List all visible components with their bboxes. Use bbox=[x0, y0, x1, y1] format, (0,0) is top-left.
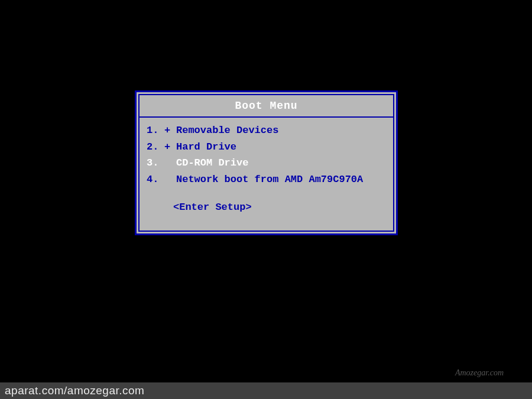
boot-menu-item-cdrom[interactable]: 3. CD-ROM Drive bbox=[147, 155, 386, 171]
menu-item-label: Hard Drive bbox=[176, 140, 236, 155]
menu-item-number: 3. bbox=[147, 155, 164, 171]
boot-menu-item-removable[interactable]: 1. + Removable Devices bbox=[147, 122, 386, 139]
menu-item-number: 1. bbox=[147, 123, 164, 138]
boot-menu-item-harddrive[interactable]: 2. + Hard Drive bbox=[147, 139, 386, 155]
menu-item-number: 4. bbox=[147, 172, 164, 187]
boot-menu-title: Boot Menu bbox=[140, 95, 393, 118]
boot-menu-item-network[interactable]: 4. Network boot from AMD Am79C970A bbox=[147, 171, 386, 188]
menu-item-prefix: + bbox=[164, 123, 176, 138]
boot-menu-inner: Boot Menu 1. + Removable Devices 2. + Ha… bbox=[138, 94, 394, 232]
menu-item-label: Removable Devices bbox=[176, 123, 278, 138]
enter-setup-option[interactable]: <Enter Setup> bbox=[147, 202, 386, 213]
menu-item-prefix: + bbox=[164, 140, 176, 155]
menu-item-prefix bbox=[164, 172, 176, 187]
menu-item-label: CD-ROM Drive bbox=[176, 155, 248, 171]
menu-item-prefix bbox=[164, 155, 176, 171]
menu-item-label: Network boot from AMD Am79C970A bbox=[176, 172, 363, 187]
menu-item-number: 2. bbox=[147, 140, 164, 155]
watermark-right: Amozegar.com bbox=[455, 368, 504, 378]
boot-menu-window: Boot Menu 1. + Removable Devices 2. + Ha… bbox=[135, 90, 398, 235]
watermark-bottom: aparat.com/amozegar.com bbox=[0, 382, 532, 399]
boot-menu-body: 1. + Removable Devices 2. + Hard Drive 3… bbox=[140, 118, 393, 231]
